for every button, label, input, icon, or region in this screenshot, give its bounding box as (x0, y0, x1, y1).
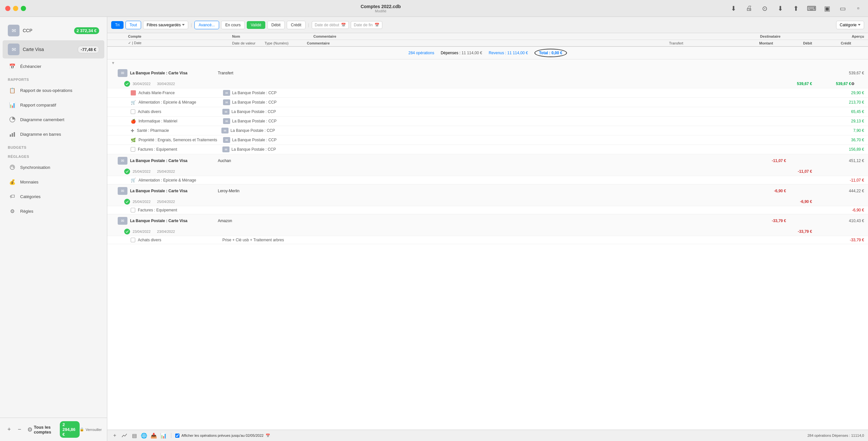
sidebar-item-categories[interactable]: 🏷 Catégories (3, 189, 104, 204)
settings-account-button[interactable]: ⚙ (26, 426, 34, 434)
tx-account-icon-4: ✉ (118, 217, 127, 225)
date-fin-filter[interactable]: Date de fin 📅 (351, 21, 382, 29)
stats-button[interactable]: 📊 (160, 432, 167, 439)
maximize-button[interactable] (21, 6, 26, 11)
sidebar-item-sous-operations[interactable]: 📋 Rapport de sous-opérations (3, 83, 104, 97)
export-icon[interactable]: ⬆ (791, 4, 800, 13)
sidebar-item-monnaies[interactable]: 💰 Monnaies (3, 175, 104, 189)
calendar1-icon: 📅 (341, 23, 346, 27)
view3-icon[interactable]: ▫ (854, 4, 863, 13)
tx-name-3: Leroy-Merlin (218, 189, 299, 193)
revenus-value: 11 114,00 € (507, 50, 528, 55)
sub-tx-factures-1[interactable]: Factures : Equipement ✉ La Banque Postal… (107, 144, 868, 154)
tout-button[interactable]: Tout (125, 21, 142, 29)
sidebar: ✉ CCP 2 372,34 € ✉ Carte Visa -77,48 € 📅… (0, 17, 107, 441)
tri-button[interactable]: Tri (111, 21, 124, 29)
sub-tx-sante[interactable]: ✚ Santé : Pharmacie ✉ La Banque Postale … (107, 126, 868, 135)
sidebar-item-regles[interactable]: ⚙ Règles (3, 204, 104, 218)
total-label-text: Total : (539, 50, 550, 55)
sub-tx-achats-marie[interactable]: Achats Marie-France ✉ La Banque Postale … (107, 88, 868, 97)
sidebar-item-camembert[interactable]: Diagramme camembert (3, 112, 104, 127)
header-destinataire: Destinataire (760, 34, 825, 38)
sidebar-footer: + − ⚙ Tous les comptes 2 294,86 € 🔒 Verr… (0, 418, 107, 441)
add-transaction-button[interactable]: + (111, 432, 118, 439)
account-carte-visa[interactable]: ✉ Carte Visa -77,48 € (3, 40, 104, 59)
sidebar-item-comparatif[interactable]: 📊 Rapport comparatif (3, 98, 104, 112)
remove-account-button[interactable]: − (16, 426, 23, 434)
main-content: Tri Tout Filtres sauvegardés | Avancé...… (107, 17, 868, 441)
sub-tx-alimentation-2[interactable]: 🛒 Alimentation : Epicerie & Ménage -11,0… (107, 176, 868, 184)
sub-tx-achats-divers[interactable]: Achats divers ✉ La Banque Postale : CCP … (107, 107, 868, 116)
sidebar-item-echeancier[interactable]: 📅 Échéancier (3, 59, 104, 73)
tx-debit-3: -6,90 € (747, 189, 786, 193)
tx-date1-1: 30/04/2022 (133, 82, 151, 86)
header-date-valeur: Date de valeur (232, 41, 265, 45)
calculator-icon[interactable]: ⌨ (807, 4, 816, 13)
header-transfert: Transfert (669, 41, 734, 45)
prevues-label: Afficher les opérations prévues jusqu'au… (181, 434, 264, 437)
sub-cat-1: Achats Marie-France (138, 91, 223, 95)
transaction-group-auchan: ✉ La Banque Postale : Carte Visa Auchan … (107, 154, 868, 184)
account-ccp[interactable]: ✉ CCP 2 372,34 € (3, 22, 104, 40)
download-icon[interactable]: ⬇ (729, 4, 738, 13)
transaction-main-leroy[interactable]: ✉ La Banque Postale : Carte Visa Leroy-M… (107, 184, 868, 198)
categorie-dropdown[interactable]: Catégorie (836, 21, 864, 29)
add-account-button[interactable]: + (5, 426, 13, 434)
transaction-main-transfert[interactable]: ✉ La Banque Postale : Carte Visa Transfe… (107, 67, 868, 79)
table-button[interactable]: ▤ (131, 432, 138, 439)
collapse-btn[interactable]: ▼ (111, 61, 118, 65)
sub-tx-alimentation-1[interactable]: 🛒 Alimentation : Epicerie & Ménage ✉ La … (107, 97, 868, 107)
minimize-button[interactable] (13, 6, 18, 11)
categorie-label: Catégorie (840, 23, 857, 27)
view2-icon[interactable]: ▭ (838, 4, 847, 13)
avance-button[interactable]: Avancé... (194, 21, 219, 29)
reglages-section: Réglages (0, 151, 107, 160)
credit-button[interactable]: Crédit (287, 21, 306, 29)
import2-button[interactable]: 📥 (150, 432, 157, 439)
tx-date-row-3: 25/04/2022 25/04/2022 -6,90 € (107, 198, 868, 206)
sub-dest-icon-3: ✉ (222, 109, 229, 115)
sous-ops-icon: 📋 (8, 86, 17, 95)
filtres-dropdown[interactable]: Filtres sauvegardés (143, 21, 188, 29)
sub-amount-amazon: -33,79 € (825, 238, 864, 242)
chart-button[interactable] (121, 432, 128, 439)
tx-apercu-2: 451,12 € (825, 159, 864, 163)
date-debut-filter[interactable]: Date de début 📅 (312, 21, 349, 29)
transaction-main-amazon[interactable]: ✉ La Banque Postale : Carte Visa Amazon … (107, 214, 868, 227)
summary-revenus: Revenus : 11 114,00 € (489, 50, 528, 55)
comparatif-icon: 📊 (8, 100, 17, 109)
import-icon[interactable]: ⬇ (776, 4, 785, 13)
print-icon[interactable]: 🖨 (744, 4, 753, 13)
valide-button[interactable]: Validé (247, 21, 265, 29)
barres-icon (8, 130, 17, 139)
lock-button[interactable]: 🔒 Verrouiller (80, 427, 102, 432)
sous-ops-label: Rapport de sous-opérations (20, 88, 72, 93)
close-button[interactable] (5, 6, 10, 11)
debit-button[interactable]: Débit (267, 21, 285, 29)
tx-icon-space: ⚙ (851, 81, 864, 86)
sub-dest-2: La Banque Postale : CCP (232, 100, 291, 105)
sub-cat-5: Santé : Pharmacie (137, 128, 221, 133)
globe-button[interactable]: 🌐 (141, 432, 148, 439)
sub-tx-informatique[interactable]: 🍎 Informatique : Matériel ✉ La Banque Po… (107, 116, 868, 126)
header-debit: Débit (773, 41, 812, 45)
tx-apercu-4: 410,43 € (825, 218, 864, 223)
depenses-value: 11 114,00 € (462, 50, 482, 55)
sub-tx-factures-2[interactable]: Factures : Equipement -6,90 € (107, 206, 868, 214)
sidebar-item-barres[interactable]: Diagramme en barres (3, 127, 104, 141)
sync-icon[interactable]: ⊙ (760, 4, 769, 13)
sub-tx-amazon[interactable]: Achats divers Prise + Clé usb + Traiteme… (107, 236, 868, 244)
sub-amount-leroy: -6,90 € (825, 208, 864, 212)
sub-tx-propriete[interactable]: 🌿 Propriété : Engrais, Semences et Trait… (107, 135, 868, 144)
account-visa-name: Carte Visa (23, 47, 78, 52)
transaction-main-auchan[interactable]: ✉ La Banque Postale : Carte Visa Auchan … (107, 154, 868, 167)
tx-date-row-1: 30/04/2022 30/04/2022 539,67 € 539,67 € … (107, 79, 868, 88)
sidebar-item-synchronisation[interactable]: Synchronisation (3, 160, 104, 174)
view1-icon[interactable]: ▣ (823, 4, 832, 13)
title-info: Comptes 2022.cdb Modifié (32, 4, 729, 13)
prevues-checkbox[interactable]: Afficher les opérations prévues jusqu'au… (175, 434, 270, 438)
en-cours-button[interactable]: En cours (221, 21, 245, 29)
prevues-checkbox-input[interactable] (175, 434, 180, 438)
sub-color-box-1 (131, 90, 136, 96)
account-visa-balance: -77,48 € (78, 46, 99, 53)
